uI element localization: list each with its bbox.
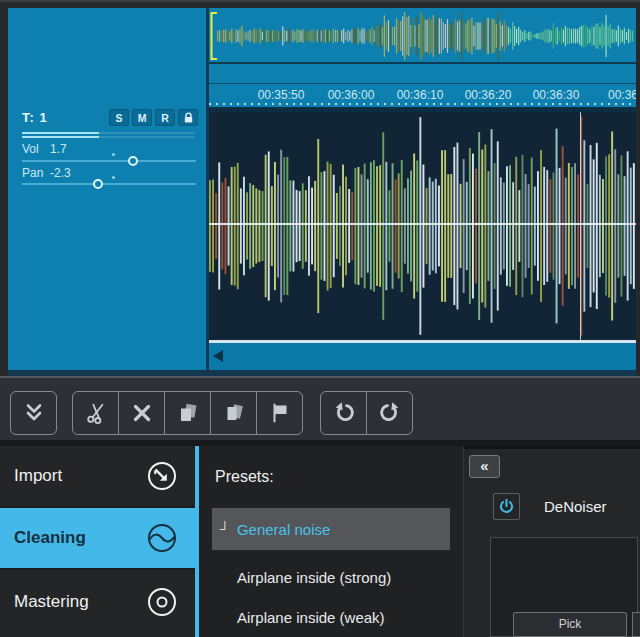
- lock-icon: [183, 112, 194, 124]
- marker-strip: [209, 64, 636, 84]
- arranger-area: T: 1 S M R Vol 1.7: [0, 0, 640, 376]
- ruler-tick: 00:35:50: [252, 88, 310, 102]
- ruler-tick: 00:36:4: [599, 88, 636, 102]
- track-header-panel: T: 1 S M R Vol 1.7: [8, 8, 206, 370]
- edit-button-group: [72, 391, 303, 435]
- track-buttons: S M R: [109, 109, 198, 126]
- waveform-column: 00:35:50 00:36:00 00:36:10 00:36:20 00:3…: [209, 8, 636, 370]
- horizontal-scrollbar[interactable]: [209, 343, 636, 370]
- vol-value: 1.7: [50, 142, 67, 156]
- playhead-line: [580, 112, 581, 340]
- noise-wave-icon: [146, 522, 178, 554]
- level-meter-top: [22, 132, 194, 134]
- main-waveform[interactable]: [209, 112, 636, 340]
- preset-item-selected[interactable]: ┘ General noise: [212, 508, 450, 550]
- copy-button[interactable]: [164, 391, 211, 435]
- effect-panel-top-edge: [464, 446, 640, 449]
- toolbar: [0, 376, 640, 440]
- category-nav: Import Cleaning Mastering: [0, 446, 195, 637]
- overview-waveform[interactable]: [209, 10, 636, 62]
- nav-item-import[interactable]: Import: [0, 446, 195, 508]
- marker-button[interactable]: [256, 391, 303, 435]
- import-arrow-icon: [146, 460, 178, 492]
- expand-tracks-button[interactable]: [10, 391, 57, 435]
- selected-marker-icon: ┘: [220, 521, 230, 537]
- vol-label: Vol: [22, 142, 39, 156]
- timeline-ruler[interactable]: 00:35:50 00:36:00 00:36:10 00:36:20 00:3…: [209, 85, 636, 107]
- ruler-tick: 00:36:20: [459, 88, 517, 102]
- double-chevron-down-icon: [22, 401, 46, 425]
- audio-editor-app: T: 1 S M R Vol 1.7: [0, 0, 640, 637]
- ruler-tick: 00:36:30: [527, 88, 585, 102]
- pan-label: Pan: [22, 166, 43, 180]
- ruler-tick: 00:36:00: [322, 88, 380, 102]
- scroll-left-arrow-icon[interactable]: [213, 350, 223, 362]
- solo-button[interactable]: S: [109, 109, 129, 126]
- effect-panel: « DeNoiser Pick: [463, 446, 640, 637]
- preset-item[interactable]: Airplane inside (weak): [237, 606, 385, 628]
- vol-center-mark: [112, 153, 115, 156]
- circle-dot-icon: [146, 586, 178, 618]
- preset-item[interactable]: Airplane inside (strong): [237, 566, 391, 588]
- scissors-icon: [84, 401, 108, 425]
- cut-button[interactable]: [72, 391, 119, 435]
- mute-button[interactable]: M: [132, 109, 152, 126]
- nav-item-mastering[interactable]: Mastering: [0, 570, 195, 633]
- overview-waveform-bars: [217, 11, 634, 61]
- undo-button[interactable]: [320, 391, 367, 435]
- flag-icon: [268, 401, 292, 425]
- nav-label: Import: [14, 466, 62, 486]
- preset-label: General noise: [237, 521, 330, 538]
- pan-slider-track[interactable]: [22, 183, 196, 185]
- denoiser-power-button[interactable]: [493, 493, 520, 520]
- nav-label: Mastering: [14, 592, 89, 612]
- ruler-tick: 00:36:10: [391, 88, 449, 102]
- bottom-section: Import Cleaning Mastering: [0, 446, 640, 637]
- lock-button[interactable]: [178, 109, 198, 126]
- record-button[interactable]: R: [155, 109, 175, 126]
- history-button-group: [320, 391, 413, 435]
- delete-button[interactable]: [118, 391, 165, 435]
- zero-line: [209, 223, 636, 225]
- nav-label: Cleaning: [14, 528, 86, 548]
- vol-slider-handle[interactable]: [128, 156, 138, 166]
- clipped-button[interactable]: [632, 612, 640, 637]
- paste-button[interactable]: [210, 391, 257, 435]
- pan-value: -2.3: [50, 166, 71, 180]
- paste-icon: [222, 401, 246, 425]
- presets-panel: Presets: ┘ General noise Airplane inside…: [199, 446, 463, 637]
- level-meter-bottom: [22, 136, 194, 138]
- nav-item-cleaning[interactable]: Cleaning: [0, 508, 195, 570]
- arranger-inner: T: 1 S M R Vol 1.7: [8, 8, 636, 370]
- delete-x-icon: [130, 401, 154, 425]
- vol-slider-track[interactable]: [22, 160, 196, 162]
- main-waveform-bars: [209, 112, 636, 340]
- presets-heading: Presets:: [215, 468, 274, 486]
- copy-icon: [176, 401, 200, 425]
- collapse-panel-button[interactable]: «: [469, 455, 500, 478]
- pan-slider-handle[interactable]: [93, 179, 103, 189]
- undo-icon: [332, 401, 356, 425]
- pan-center-mark: [112, 176, 115, 179]
- pick-button[interactable]: Pick: [513, 612, 627, 637]
- redo-button[interactable]: [366, 391, 413, 435]
- redo-icon: [378, 401, 402, 425]
- effect-title: DeNoiser: [544, 498, 607, 515]
- track-number-label: T: 1: [22, 110, 48, 125]
- power-icon: [497, 497, 516, 516]
